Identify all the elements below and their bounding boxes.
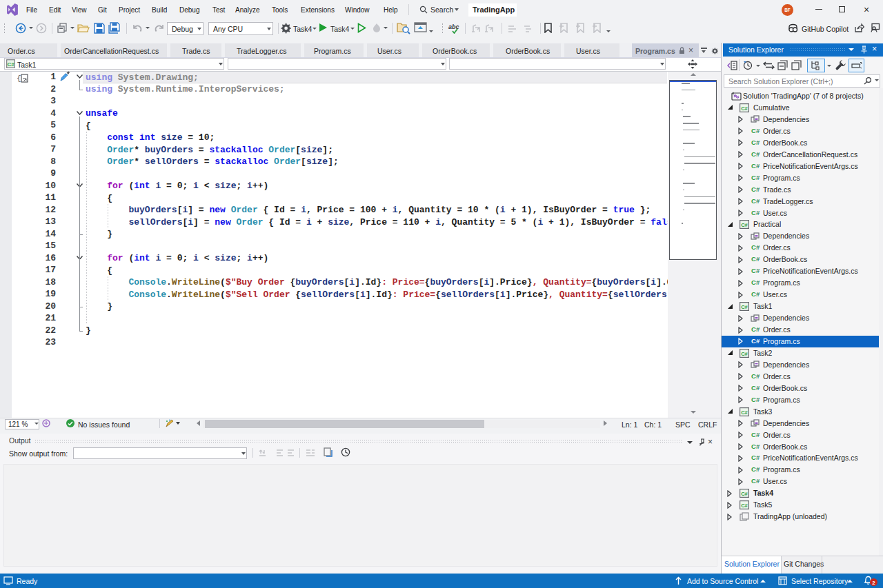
svg-text:C#: C#: [741, 491, 748, 497]
svg-text:C#: C#: [741, 409, 748, 415]
svg-text:C#: C#: [741, 304, 748, 310]
svg-text:C#: C#: [741, 105, 748, 111]
svg-text:C#: C#: [741, 350, 748, 356]
svg-text:{: {: [17, 74, 21, 83]
svg-text:C#: C#: [741, 222, 748, 228]
svg-text:C#: C#: [741, 503, 748, 509]
svg-text:C#: C#: [7, 61, 14, 68]
